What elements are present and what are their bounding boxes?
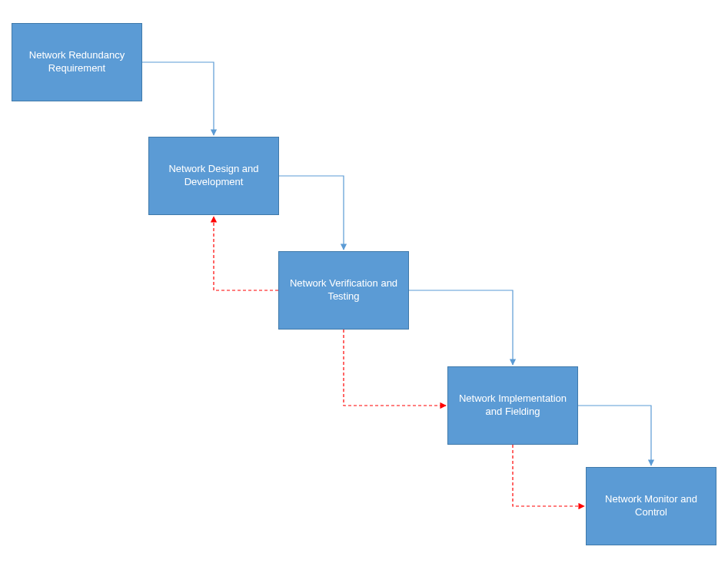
node-label: Network Redundancy Requirement <box>15 49 138 75</box>
node-label: Network Monitor and Control <box>590 493 713 519</box>
arrow-impl-to-monitor-feedback <box>513 445 584 506</box>
node-implementation: Network Implementation and Fielding <box>447 366 578 445</box>
arrow-impl-to-monitor <box>578 406 651 465</box>
node-label: Network Verification and Testing <box>282 277 405 303</box>
node-verification: Network Verification and Testing <box>278 251 409 330</box>
node-monitor: Network Monitor and Control <box>586 467 716 545</box>
node-label: Network Implementation and Fielding <box>451 392 574 419</box>
arrow-design-to-verify <box>279 176 344 250</box>
arrow-verify-to-impl <box>409 290 513 365</box>
node-requirement: Network Redundancy Requirement <box>12 23 142 101</box>
arrow-req-to-design <box>142 62 214 135</box>
arrow-verify-to-design-feedback <box>214 217 278 290</box>
node-design: Network Design and Development <box>148 137 279 215</box>
node-label: Network Design and Development <box>152 163 275 189</box>
arrow-verify-to-impl-feedback <box>344 330 446 406</box>
